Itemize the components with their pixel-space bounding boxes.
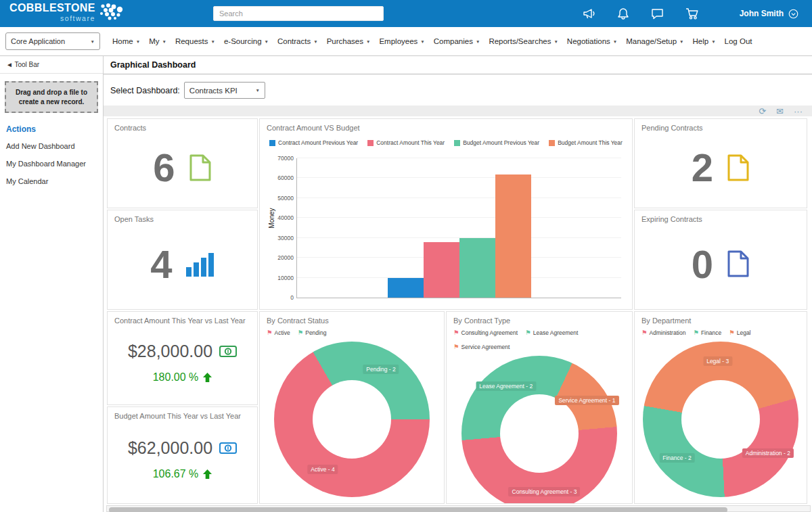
nav-item-companies[interactable]: Companies▼ <box>434 37 480 45</box>
nav-item-manage-setup[interactable]: Manage/Setup▼ <box>626 37 683 45</box>
slice-label: Finance - 2 <box>659 453 695 463</box>
sidebar-link-add-new-dashboard[interactable]: Add New Dashboard <box>6 142 97 150</box>
sidebar-link-my-calendar[interactable]: My Calendar <box>6 177 97 185</box>
slice-label: Pending - 2 <box>363 365 399 374</box>
cart-icon[interactable] <box>685 7 699 20</box>
dashboard-select[interactable]: Contracts KPI ▼ <box>184 82 265 99</box>
bar-budget-amount-previous-year <box>459 238 495 298</box>
widget-title: Contracts <box>108 119 257 132</box>
widget-title: Contract Amount This Year vs Last Year <box>108 312 257 325</box>
widget-by-department: By Department ⚑Administration⚑Finance⚑Le… <box>634 311 807 504</box>
main-nav: Core Application ▼ Home▼ My▼ Requests▼ e… <box>0 27 812 56</box>
nav-item-log-out[interactable]: Log Out <box>725 37 752 45</box>
legend-item: ⚑Administration <box>641 329 685 336</box>
legend-item: ⚑Legal <box>729 329 750 336</box>
flag-icon: ⚑ <box>729 329 735 336</box>
page-title: Graphical Dashboard <box>104 56 812 74</box>
sidebar: ◄ Tool Bar Drag and drop a file to creat… <box>0 56 104 512</box>
donut-hole <box>500 394 579 473</box>
bell-icon[interactable] <box>617 7 629 20</box>
legend-item: Budget Amount Previous Year <box>454 139 539 146</box>
chevron-down-icon: ▼ <box>366 39 370 44</box>
widget-pending-contracts: Pending Contracts 2 <box>634 118 807 208</box>
flag-icon: ⚑ <box>641 329 648 336</box>
widget-grid: Contracts 6 Contract Amount VS Budget Co… <box>106 118 812 505</box>
export-icon[interactable]: ✉ <box>776 107 784 116</box>
chevron-down-icon <box>788 9 798 19</box>
legend-swatch-icon <box>367 140 374 146</box>
y-tick-label: 10000 <box>277 275 294 281</box>
bar-contract-amount-previous-year <box>388 278 424 298</box>
more-options-icon[interactable]: ··· <box>794 107 803 116</box>
widget-open-tasks: Open Tasks 4 <box>107 210 258 310</box>
slice-label: Administration - 2 <box>742 448 794 458</box>
logo-dots-icon <box>97 3 126 24</box>
chevron-down-icon: ▼ <box>255 88 259 93</box>
application-select[interactable]: Core Application ▼ <box>5 32 100 50</box>
file-dropzone[interactable]: Drag and drop a file to create a new rec… <box>5 81 98 113</box>
user-menu[interactable]: John Smith <box>740 9 798 19</box>
y-tick-label: 60000 <box>277 174 294 181</box>
nav-item-contracts[interactable]: Contracts▼ <box>277 37 318 45</box>
percent-change: 106.67 % <box>153 468 199 480</box>
nav-item-e-sourcing[interactable]: e-Sourcing▼ <box>224 37 269 45</box>
slice-label: Consulting Agreement - 3 <box>509 487 581 496</box>
application-select-value: Core Application <box>11 37 65 45</box>
bar-chart-icon <box>186 251 215 277</box>
refresh-icon[interactable]: ⟳ <box>759 107 766 116</box>
scrollbar-thumb[interactable] <box>109 507 727 512</box>
sidebar-link-my-dashboard-manager[interactable]: My Dashboard Manager <box>6 160 97 168</box>
legend-item: ⚑Active <box>267 329 290 336</box>
actions-heading: Actions <box>6 124 97 134</box>
nav-item-requests[interactable]: Requests▼ <box>175 37 215 45</box>
nav-item-purchases[interactable]: Purchases▼ <box>327 37 371 45</box>
bar-budget-amount-this-year <box>495 174 531 298</box>
money-value: $62,000.00 <box>128 438 212 458</box>
chat-icon[interactable] <box>651 8 664 20</box>
donut-chart: Pending - 2Active - 4 <box>274 342 430 497</box>
flag-icon: ⚑ <box>525 329 531 336</box>
slice-label: Active - 4 <box>307 465 338 474</box>
widget-title: Budget Amount This Year vs Last Year <box>108 407 257 420</box>
main-content: Graphical Dashboard Select Dashboard: Co… <box>104 56 812 512</box>
nav-item-negotiations[interactable]: Negotiations▼ <box>567 37 617 45</box>
nav-item-help[interactable]: Help▼ <box>692 37 715 45</box>
widget-contract-amount-this-year: Contract Amount This Year vs Last Year $… <box>107 311 258 405</box>
nav-item-reports-searches[interactable]: Reports/Searches▼ <box>489 37 558 45</box>
donut-chart: Legal - 3Administration - 2Finance - 2 <box>643 342 798 497</box>
chevron-down-icon: ▼ <box>420 39 424 44</box>
legend-item: ⚑Service Agreement <box>453 344 510 350</box>
search-input[interactable] <box>213 6 384 21</box>
widget-title: Expiring Contracts <box>635 210 807 223</box>
flag-icon: ⚑ <box>298 329 304 336</box>
nav-item-my[interactable]: My▼ <box>149 37 166 45</box>
select-dashboard-label: Select Dashboard: <box>110 86 180 95</box>
chevron-down-icon: ▼ <box>162 39 166 44</box>
megaphone-icon[interactable] <box>583 7 595 20</box>
toolbar-collapse-button[interactable]: ◄ Tool Bar <box>0 56 103 74</box>
nav-item-home[interactable]: Home▼ <box>112 37 140 45</box>
bar-contract-amount-this-year <box>424 242 459 298</box>
dashboard-toolbar: ⟳ ✉ ··· <box>104 106 812 116</box>
percent-change: 180.00 % <box>153 371 199 383</box>
legend-item: Budget Amount This Year <box>549 139 623 146</box>
document-icon <box>727 154 750 182</box>
chart-legend: ⚑Administration⚑Finance⚑Legal <box>641 329 807 336</box>
legend-item: ⚑Consulting Agreement <box>453 329 518 336</box>
nav-item-employees[interactable]: Employees▼ <box>379 37 424 45</box>
nav-menu: Home▼ My▼ Requests▼ e-Sourcing▼ Contract… <box>112 37 812 45</box>
logo-subtitle: software <box>60 15 95 22</box>
cash-icon <box>219 442 237 454</box>
kpi-value: 6 <box>153 145 175 190</box>
top-bar: COBBLESTONE software <box>0 0 812 27</box>
document-icon <box>727 250 750 278</box>
user-name: John Smith <box>740 9 784 18</box>
topbar-icons <box>583 7 699 20</box>
cobblestone-logo[interactable]: COBBLESTONE software <box>9 3 126 24</box>
up-arrow-icon <box>203 373 212 382</box>
chevron-down-icon: ▼ <box>136 39 140 44</box>
bar-plot: 010000200003000040000500006000070000 <box>296 158 621 298</box>
flag-icon: ⚑ <box>453 329 459 336</box>
horizontal-scrollbar[interactable] <box>106 505 811 512</box>
legend-item: Contract Amount This Year <box>367 139 445 146</box>
